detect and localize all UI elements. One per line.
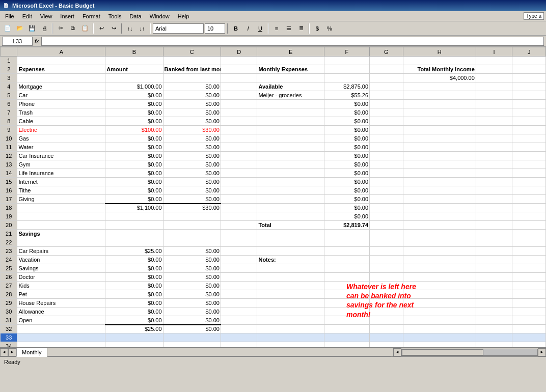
cell-r13-c10[interactable] [512, 160, 546, 169]
cell-r15-c2[interactable]: $0.00 [105, 178, 163, 186]
cell-r13-c4[interactable] [221, 160, 257, 169]
cell-r20-c1[interactable] [17, 221, 105, 230]
menu-file[interactable]: File [2, 13, 17, 20]
cell-r6-c10[interactable] [512, 100, 546, 108]
row-num-8[interactable]: 8 [1, 117, 17, 126]
redo-button[interactable]: ↪ [108, 23, 119, 34]
cell-r19-c2[interactable] [105, 212, 163, 221]
menu-window[interactable]: Window [147, 13, 173, 20]
row-num-18[interactable]: 18 [1, 204, 17, 212]
row-num-26[interactable]: 26 [1, 273, 17, 282]
cell-r28-c7[interactable] [370, 290, 403, 299]
cell-r31-c2[interactable]: $0.00 [105, 316, 163, 325]
row-num-23[interactable]: 23 [1, 247, 17, 256]
row-num-2[interactable]: 2 [1, 65, 17, 74]
cell-r24-c3[interactable]: $0.00 [163, 256, 221, 264]
row-num-34[interactable]: 34 [1, 342, 17, 348]
cell-r28-c4[interactable] [221, 290, 257, 299]
cell-r30-c5[interactable] [257, 307, 324, 316]
cell-r29-c6[interactable] [324, 299, 369, 307]
cell-r11-c9[interactable] [476, 143, 512, 152]
cell-r25-c6[interactable] [324, 264, 369, 273]
cell-r21-c1[interactable]: Savings [17, 230, 105, 238]
cell-r21-c6[interactable] [324, 230, 369, 238]
paste-button[interactable]: 📋 [79, 23, 91, 34]
sort-asc-button[interactable]: ↑↓ [124, 23, 135, 34]
cell-r6-c9[interactable] [476, 100, 512, 108]
cell-r6-c1[interactable]: Phone [17, 100, 105, 108]
cell-r18-c9[interactable] [476, 204, 512, 212]
cell-r5-c1[interactable]: Car [17, 91, 105, 100]
cell-r20-c9[interactable] [476, 221, 512, 230]
cell-r23-c10[interactable] [512, 247, 546, 256]
cell-r32-c6[interactable] [324, 325, 369, 333]
cell-r12-c5[interactable] [257, 152, 324, 160]
cell-r27-c4[interactable] [221, 282, 257, 290]
cell-r31-c4[interactable] [221, 316, 257, 325]
cell-r3-c2[interactable] [105, 74, 163, 82]
cell-r2-c2[interactable]: Amount [105, 65, 163, 74]
cell-r22-c7[interactable] [370, 238, 403, 247]
cell-r9-c9[interactable] [476, 126, 512, 134]
row-num-13[interactable]: 13 [1, 160, 17, 169]
hscroll-right[interactable]: ► [538, 348, 546, 356]
cell-r26-c1[interactable]: Doctor [17, 273, 105, 282]
cell-r29-c5[interactable] [257, 299, 324, 307]
col-header-j[interactable]: J [512, 47, 546, 57]
cell-r2-c9[interactable] [476, 65, 512, 74]
cell-r4-c1[interactable]: Mortgage [17, 82, 105, 91]
cell-r12-c8[interactable] [403, 152, 476, 160]
cell-r3-c3[interactable] [163, 74, 221, 82]
cell-r26-c6[interactable] [324, 273, 369, 282]
cell-r33-c3[interactable] [163, 333, 221, 342]
cell-r3-c7[interactable] [370, 74, 403, 82]
cell-r22-c9[interactable] [476, 238, 512, 247]
cell-r17-c2[interactable]: $0.00 [105, 195, 163, 204]
cell-r6-c6[interactable]: $0.00 [324, 100, 369, 108]
cell-r23-c1[interactable]: Car Repairs [17, 247, 105, 256]
cell-r17-c6[interactable]: $0.00 [324, 195, 369, 204]
hscroll-thumb[interactable] [402, 349, 483, 355]
cell-r21-c9[interactable] [476, 230, 512, 238]
hscroll-track[interactable] [401, 349, 538, 356]
cell-r30-c8[interactable] [403, 307, 476, 316]
cell-r31-c6[interactable] [324, 316, 369, 325]
row-num-20[interactable]: 20 [1, 221, 17, 230]
font-name-input[interactable] [153, 23, 204, 34]
cell-r13-c8[interactable] [403, 160, 476, 169]
cell-r20-c3[interactable] [163, 221, 221, 230]
cell-r21-c4[interactable] [221, 230, 257, 238]
cell-r9-c7[interactable] [370, 126, 403, 134]
cell-r17-c4[interactable] [221, 195, 257, 204]
cell-r7-c5[interactable] [257, 108, 324, 117]
cell-r33-c4[interactable] [221, 333, 257, 342]
cell-r1-c3[interactable] [163, 57, 221, 65]
cell-r21-c10[interactable] [512, 230, 546, 238]
cell-r15-c6[interactable]: $0.00 [324, 178, 369, 186]
underline-button[interactable]: U [255, 23, 266, 34]
row-num-33[interactable]: 33 [1, 333, 17, 342]
cell-r3-c1[interactable] [17, 74, 105, 82]
cell-r29-c7[interactable] [370, 299, 403, 307]
cell-r1-c7[interactable] [370, 57, 403, 65]
cell-r17-c8[interactable] [403, 195, 476, 204]
cell-r27-c10[interactable] [512, 282, 546, 290]
cell-r18-c4[interactable] [221, 204, 257, 212]
cell-r27-c9[interactable] [476, 282, 512, 290]
row-num-15[interactable]: 15 [1, 178, 17, 186]
cell-r19-c9[interactable] [476, 212, 512, 221]
cell-r24-c2[interactable]: $0.00 [105, 256, 163, 264]
row-num-14[interactable]: 14 [1, 169, 17, 178]
col-header-c[interactable]: C [163, 47, 221, 57]
formula-input[interactable] [41, 37, 544, 46]
cell-r20-c4[interactable] [221, 221, 257, 230]
cell-r33-c7[interactable] [370, 333, 403, 342]
cell-r15-c4[interactable] [221, 178, 257, 186]
cell-r8-c10[interactable] [512, 117, 546, 126]
copy-button[interactable]: ⧉ [67, 23, 78, 34]
cell-r23-c4[interactable] [221, 247, 257, 256]
new-button[interactable]: 📄 [2, 23, 13, 34]
cell-r4-c3[interactable]: $0.00 [163, 82, 221, 91]
cell-r34-c6[interactable] [324, 342, 369, 348]
cell-r21-c8[interactable] [403, 230, 476, 238]
